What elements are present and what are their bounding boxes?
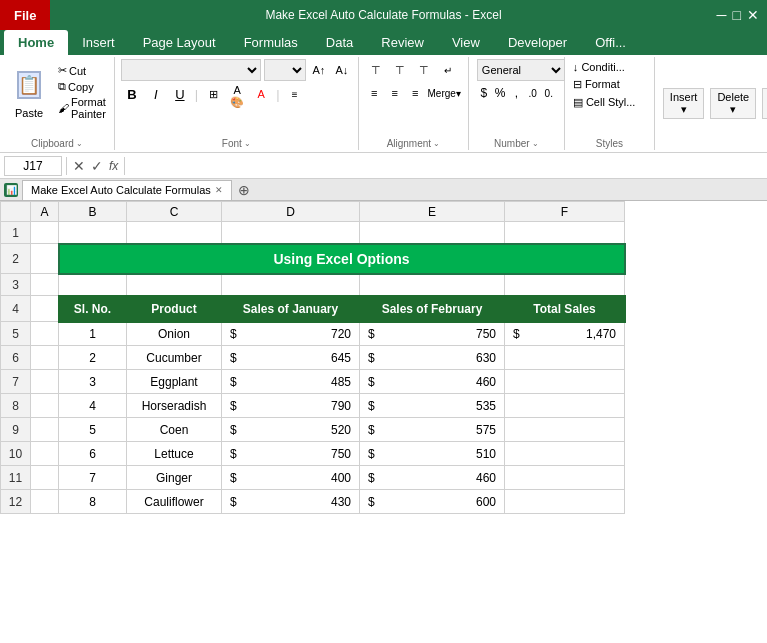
cell-c10[interactable]: Lettuce <box>127 442 222 466</box>
col-header-c[interactable]: C <box>127 202 222 222</box>
decrease-font-button[interactable]: A↓ <box>332 60 352 80</box>
tab-page-layout[interactable]: Page Layout <box>129 30 230 55</box>
comma-button[interactable]: , <box>509 83 523 103</box>
alignment-expand-icon[interactable]: ⌄ <box>433 139 440 148</box>
cell-b10[interactable]: 6 <box>59 442 127 466</box>
cell-f8[interactable] <box>505 394 625 418</box>
align-left-button[interactable]: ≡ <box>365 82 384 104</box>
align-top-left-button[interactable]: ⊤ <box>365 59 387 81</box>
fill-color-button[interactable]: A🎨 <box>226 83 248 105</box>
cell-f9[interactable] <box>505 418 625 442</box>
cell-c5[interactable]: Onion <box>127 322 222 346</box>
row-header-6[interactable]: 6 <box>1 346 31 370</box>
font-color-button[interactable]: A <box>250 83 272 105</box>
cell-c11[interactable]: Ginger <box>127 466 222 490</box>
cell-b9[interactable]: 5 <box>59 418 127 442</box>
copy-button[interactable]: ⧉ Copy <box>56 79 108 94</box>
format-painter-button[interactable]: 🖌 Format Painter <box>56 95 108 121</box>
bold-button[interactable]: B <box>121 83 143 105</box>
cell-a3[interactable] <box>31 274 59 296</box>
add-sheet-button[interactable]: ⊕ <box>238 182 250 198</box>
cell-a10[interactable] <box>31 442 59 466</box>
cell-c4[interactable]: Product <box>127 296 222 322</box>
sheet-tab-close[interactable]: ✕ <box>215 185 223 195</box>
number-format-select[interactable]: General Number Currency Short Date <box>477 59 565 81</box>
cancel-entry-icon[interactable]: ✕ <box>71 158 87 174</box>
font-family-select[interactable]: Times New Roman <box>121 59 261 81</box>
cell-f10[interactable] <box>505 442 625 466</box>
cell-d12[interactable]: $ 430 <box>222 490 360 514</box>
conditional-formatting-button[interactable]: ↓ Conditi... <box>571 59 648 75</box>
row-header-7[interactable]: 7 <box>1 370 31 394</box>
merge-button[interactable]: Merge▾ <box>427 82 462 104</box>
cell-f5[interactable]: $1,470 <box>505 322 625 346</box>
cell-d6[interactable]: $ 645 <box>222 346 360 370</box>
cell-d11[interactable]: $ 400 <box>222 466 360 490</box>
cell-e4[interactable]: Sales of February <box>360 296 505 322</box>
cell-a7[interactable] <box>31 370 59 394</box>
cell-e8[interactable]: $ 535 <box>360 394 505 418</box>
tab-office[interactable]: Offi... <box>581 30 640 55</box>
cell-a5[interactable] <box>31 322 59 346</box>
row-header-2[interactable]: 2 <box>1 244 31 274</box>
percent-button[interactable]: % <box>493 83 507 103</box>
cell-f7[interactable] <box>505 370 625 394</box>
cell-b7[interactable]: 3 <box>59 370 127 394</box>
cell-b1[interactable] <box>59 222 127 244</box>
decrease-decimal-button[interactable]: 0. <box>542 83 556 103</box>
row-header-9[interactable]: 9 <box>1 418 31 442</box>
cell-a8[interactable] <box>31 394 59 418</box>
cell-f3[interactable] <box>505 274 625 296</box>
cell-b11[interactable]: 7 <box>59 466 127 490</box>
col-header-e[interactable]: E <box>360 202 505 222</box>
cell-c3[interactable] <box>127 274 222 296</box>
cell-e3[interactable] <box>360 274 505 296</box>
cell-d10[interactable]: $ 750 <box>222 442 360 466</box>
wrap-button[interactable]: ↵ <box>437 59 459 81</box>
close-icon[interactable]: ✕ <box>747 7 759 23</box>
align-top-center-button[interactable]: ⊤ <box>389 59 411 81</box>
italic-button[interactable]: I <box>145 83 167 105</box>
tab-insert[interactable]: Insert <box>68 30 129 55</box>
cell-styles-button[interactable]: ▤ Cell Styl... <box>571 94 648 111</box>
tab-view[interactable]: View <box>438 30 494 55</box>
minimize-icon[interactable]: ─ <box>717 7 727 23</box>
col-header-a[interactable]: A <box>31 202 59 222</box>
row-header-1[interactable]: 1 <box>1 222 31 244</box>
cell-b12[interactable]: 8 <box>59 490 127 514</box>
tab-developer[interactable]: Developer <box>494 30 581 55</box>
cell-f4[interactable]: Total Sales <box>505 296 625 322</box>
clipboard-expand-icon[interactable]: ⌄ <box>76 139 83 148</box>
align-top-right-button[interactable]: ⊤ <box>413 59 435 81</box>
cell-e7[interactable]: $ 460 <box>360 370 505 394</box>
currency-button[interactable]: $ <box>477 83 491 103</box>
number-expand-icon[interactable]: ⌄ <box>532 139 539 148</box>
file-button[interactable]: File <box>0 0 50 30</box>
insert-function-icon[interactable]: fx <box>107 159 120 173</box>
cut-button[interactable]: ✂ Cut <box>56 63 108 78</box>
cell-f12[interactable] <box>505 490 625 514</box>
borders-button[interactable]: ⊞ <box>202 83 224 105</box>
format-cells-button[interactable]: Format ▾ <box>762 88 767 119</box>
col-header-b[interactable]: B <box>59 202 127 222</box>
increase-decimal-button[interactable]: .0 <box>525 83 539 103</box>
cell-b3[interactable] <box>59 274 127 296</box>
row-header-4[interactable]: 4 <box>1 296 31 322</box>
cell-e6[interactable]: $ 630 <box>360 346 505 370</box>
cell-b8[interactable]: 4 <box>59 394 127 418</box>
cell-d7[interactable]: $ 485 <box>222 370 360 394</box>
paste-button[interactable]: 📋 Paste <box>6 59 52 119</box>
cell-c6[interactable]: Cucumber <box>127 346 222 370</box>
cell-b4[interactable]: Sl. No. <box>59 296 127 322</box>
align-center-button[interactable]: ≡ <box>385 82 404 104</box>
cell-a1[interactable] <box>31 222 59 244</box>
align-right-button[interactable]: ≡ <box>406 82 425 104</box>
cell-f11[interactable] <box>505 466 625 490</box>
cell-d8[interactable]: $ 790 <box>222 394 360 418</box>
cell-b5[interactable]: 1 <box>59 322 127 346</box>
cell-reference-input[interactable]: J17 <box>4 156 62 176</box>
row-header-10[interactable]: 10 <box>1 442 31 466</box>
cell-e10[interactable]: $ 510 <box>360 442 505 466</box>
cell-e11[interactable]: $ 460 <box>360 466 505 490</box>
row-header-8[interactable]: 8 <box>1 394 31 418</box>
